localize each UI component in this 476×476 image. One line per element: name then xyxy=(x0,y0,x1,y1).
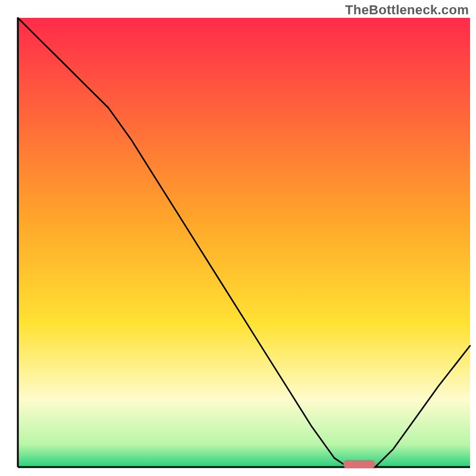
bottleneck-chart xyxy=(0,0,476,476)
optimal-marker xyxy=(343,460,375,468)
